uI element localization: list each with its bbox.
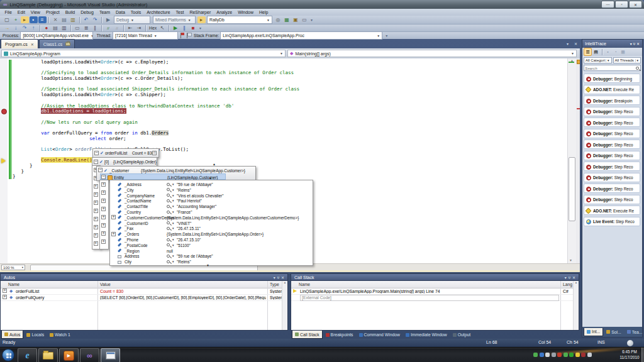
column-lang[interactable]: Lang [563,282,572,287]
pointer-icon[interactable]: ↖ [158,25,167,31]
window-menu-icon[interactable]: ▾ [630,41,632,46]
start-button[interactable] [2,349,14,361]
column-value[interactable]: Value [100,282,111,287]
intellitrace-event-list[interactable]: Debugger: BeginningADO.NET: Execute ReDe… [582,72,642,327]
tab-int-[interactable]: Int... [584,328,603,336]
indent-increase-icon[interactable]: ⇥ [135,25,143,31]
datatip-row[interactable]: _Phone▼"26.47.15.10" [110,237,313,243]
autos-grid[interactable]: NameValueType+◆orderFullListCount = 830S… [0,281,288,331]
expand-toggle-icon[interactable]: + [3,288,7,293]
start-debug-icon[interactable]: ▶ [104,16,113,23]
tab-locals[interactable]: Locals [24,331,47,339]
expand-toggle-icon[interactable]: + [94,217,98,221]
uncomment-icon[interactable]: // [113,25,121,31]
menu-item-test[interactable]: Test [173,10,187,14]
tab-output[interactable]: Output [450,331,473,339]
datatip-entity-members[interactable]: _Address▼"59 rue de l'Abbaye"_City▼"Reim… [109,180,313,266]
magnifier-icon[interactable] [167,194,170,197]
flag-white-icon[interactable] [186,33,191,38]
visualizer-caret-icon[interactable]: ▼ [172,211,174,214]
magnifier-icon[interactable] [167,199,170,202]
expand-toggle-icon[interactable]: + [94,241,98,246]
menu-item-architecture[interactable]: Architecture [144,10,173,14]
step-out-icon[interactable]: ↑ [30,25,38,31]
new-project-icon[interactable]: ▢ [3,16,11,23]
pin-icon[interactable]: ✓ [104,168,108,173]
magnifier-icon[interactable] [167,255,170,258]
menu-item-help[interactable]: Help [257,10,271,14]
grid-scrollbar[interactable]: ▲ [282,281,287,330]
intellitrace-event[interactable]: Debugger: Step Reco [584,151,640,160]
callstack-title-bar[interactable]: Call Stack ▾џ✕ [291,273,579,281]
magnifier-icon[interactable] [167,227,170,230]
datatip-row[interactable]: City▼"Reims" [110,259,313,265]
visualizer-caret-icon[interactable]: ▼ [172,194,174,197]
tray-icon[interactable] [587,353,592,357]
tray-icon[interactable] [540,353,544,357]
datatip-row[interactable]: +_CustomerCustomerDemos{System.Data.Linq… [110,215,313,221]
intellitrace-search[interactable] [584,65,641,71]
pin-icon[interactable]: џ [569,275,570,280]
expand-toggle-icon[interactable]: − [101,175,106,179]
expand-toggle-icon[interactable]: + [94,184,98,189]
visualizer-caret-icon[interactable]: ▼ [172,222,174,225]
expand-toggle-icon[interactable]: + [101,207,106,211]
hex-button[interactable]: Hex [148,26,158,30]
list-view-icon[interactable]: ☰ [584,48,592,56]
platform-combo[interactable]: Mixed Platforms▼ [153,16,196,24]
clock-icon[interactable]: ◔ [612,48,619,55]
visualizer-caret-icon[interactable]: ▼ [172,205,174,208]
menu-item-project[interactable]: Project [43,10,62,14]
tab-command-window[interactable]: Command Window [357,331,402,339]
pause-icon[interactable]: ∥ [180,25,189,31]
show-next-statement-icon[interactable]: → [3,25,11,31]
immediate-window-icon[interactable]: ▭ [74,25,82,31]
cut-icon[interactable]: ✕ [52,16,60,23]
tab-immediate-window[interactable]: Immediate Window [403,331,450,339]
tray-icon[interactable] [575,353,580,357]
tray-icon[interactable] [557,353,562,357]
stop-icon[interactable]: ■ [189,25,197,31]
redo-icon[interactable]: ↷ [91,16,99,23]
datatip-orderfulllist[interactable]: −✓orderFullListCount = 830▫ [92,148,159,158]
save-icon[interactable]: ▪ [30,16,38,23]
tab-sol-[interactable]: Sol... [604,328,624,336]
intellitrace-title-bar[interactable]: IntelliTrace ▾ џ ✕ [582,40,642,48]
tray-icon[interactable] [581,353,586,357]
restore-button[interactable]: ▫ [615,1,628,8]
intellitrace-event[interactable]: Debugger: Step Reco [584,173,640,182]
search-input[interactable] [585,65,634,70]
visualizer-caret-icon[interactable]: ▼ [172,244,174,247]
taskbar-app-media-player[interactable]: ▶ [59,348,79,362]
datatip-row[interactable]: _Fax▼"26.47.15.11" [110,226,313,231]
expand-toggle-icon[interactable]: ▫ [152,151,157,155]
datatip-row[interactable]: _Country▼"France" [110,209,313,215]
intellitrace-event[interactable]: ADO.NET: Execute Re [584,85,640,94]
datatip-row[interactable]: _Regionnull [110,248,313,254]
autos-title-bar[interactable]: Autos ▾џ✕ [0,273,288,281]
datatip-index0[interactable]: −✓[0]{LinQSampleApp.Order} [92,157,157,167]
callstack-grid[interactable]: NameLangLinQSampleApp.exe!LinQSampleApp.… [291,281,579,331]
toolbar-overflow-icon[interactable]: ▾ [311,18,313,22]
window-menu-icon[interactable]: ▾ [565,275,567,280]
expand-toggle-icon[interactable]: − [94,160,98,164]
pin-icon[interactable]: џ [277,275,279,280]
show-desktop-button[interactable] [641,348,644,362]
menu-item-tools[interactable]: Tools [128,10,143,14]
pin-icon[interactable]: ✓ [100,151,104,155]
intellitrace-event[interactable]: Debugger: Step Reco [584,129,640,138]
minimize-button[interactable]: — [601,1,614,8]
expand-toggle-icon[interactable]: + [111,215,116,219]
editor-scrollbar-thumb[interactable] [569,157,575,221]
expand-toggle-icon[interactable]: + [94,200,98,205]
taskbar-app-visual-studio[interactable]: ∞ [80,348,99,362]
expand-toggle-icon[interactable]: + [94,209,98,213]
visualizer-caret-icon[interactable]: ▼ [172,238,174,241]
solution-config-combo[interactable]: Debug▼ [114,16,150,24]
expand-toggle-icon[interactable]: + [111,232,116,236]
tray-icon[interactable] [552,353,556,357]
intellitrace-event[interactable]: Live Event: Step Reco [584,217,640,226]
close-icon[interactable]: ✕ [572,275,575,280]
expand-toggle-icon[interactable]: − [94,151,99,155]
callstack-frame[interactable]: [External Code] [291,294,574,301]
